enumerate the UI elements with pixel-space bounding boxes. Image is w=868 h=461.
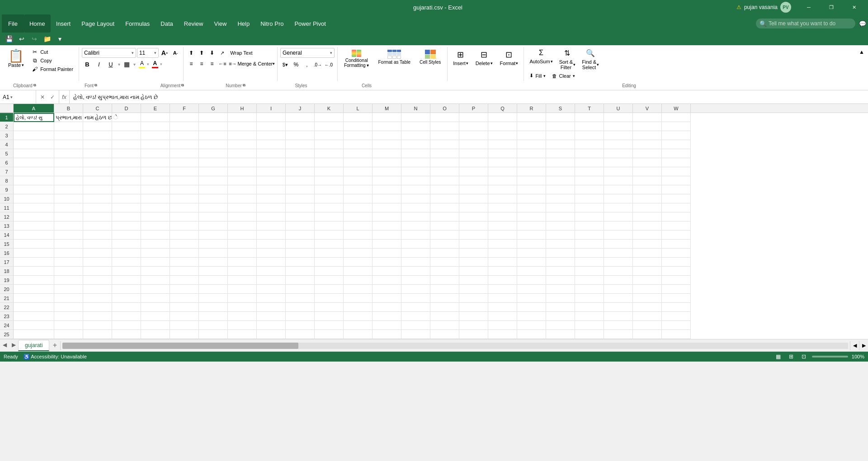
cell-D21[interactable] <box>112 294 141 303</box>
col-header-O[interactable]: O <box>430 104 459 113</box>
cell-H20[interactable] <box>228 285 257 294</box>
cell-T12[interactable] <box>575 212 604 221</box>
cell-Q13[interactable] <box>488 221 517 230</box>
cell-V23[interactable] <box>633 312 662 321</box>
col-header-B[interactable]: B <box>54 104 83 113</box>
menu-item-home[interactable]: Home <box>24 14 51 33</box>
cell-P21[interactable] <box>459 294 488 303</box>
cell-D24[interactable] <box>112 321 141 330</box>
cell-A12[interactable] <box>14 212 54 221</box>
cell-B18[interactable] <box>54 267 83 276</box>
cell-M22[interactable] <box>373 303 401 312</box>
cell-S3[interactable] <box>546 131 575 140</box>
cell-P4[interactable] <box>459 140 488 149</box>
row-header-24[interactable]: 24 <box>0 321 14 330</box>
cell-V14[interactable] <box>633 230 662 240</box>
cell-P25[interactable] <box>459 330 488 339</box>
cell-W20[interactable] <box>662 285 691 294</box>
row-header-14[interactable]: 14 <box>0 230 14 240</box>
insert-cells-button[interactable]: ⊞ Insert ▾ <box>450 48 471 68</box>
cell-E2[interactable] <box>141 122 170 131</box>
col-header-U[interactable]: U <box>604 104 633 113</box>
cell-T19[interactable] <box>575 276 604 285</box>
cell-T16[interactable] <box>575 249 604 258</box>
cell-T3[interactable] <box>575 131 604 140</box>
cell-S18[interactable] <box>546 267 575 276</box>
cell-R1[interactable] <box>517 113 546 122</box>
cell-H17[interactable] <box>228 258 257 267</box>
cell-G3[interactable] <box>199 131 228 140</box>
cell-A20[interactable] <box>14 285 54 294</box>
cell-U21[interactable] <box>604 294 633 303</box>
cell-T6[interactable] <box>575 158 604 167</box>
cell-I7[interactable] <box>257 167 286 176</box>
col-header-H[interactable]: H <box>228 104 257 113</box>
cell-L13[interactable] <box>344 221 373 230</box>
cell-K20[interactable] <box>315 285 344 294</box>
cell-Q17[interactable] <box>488 258 517 267</box>
cell-V25[interactable] <box>633 330 662 339</box>
cell-L22[interactable] <box>344 303 373 312</box>
cell-A22[interactable] <box>14 303 54 312</box>
cell-N8[interactable] <box>401 176 430 185</box>
cell-R17[interactable] <box>517 258 546 267</box>
cell-styles-button[interactable]: Cell Styles <box>416 48 444 66</box>
cell-P10[interactable] <box>459 194 488 203</box>
cell-L18[interactable] <box>344 267 373 276</box>
cell-M1[interactable] <box>373 113 401 122</box>
cell-E6[interactable] <box>141 158 170 167</box>
cell-G16[interactable] <box>199 249 228 258</box>
cell-J8[interactable] <box>286 176 315 185</box>
align-middle-button[interactable]: ⬆ <box>197 48 207 58</box>
menu-item-formulas[interactable]: Formulas <box>120 14 155 33</box>
col-header-N[interactable]: N <box>401 104 430 113</box>
cell-D13[interactable] <box>112 221 141 230</box>
cell-R15[interactable] <box>517 240 546 249</box>
cell-D17[interactable] <box>112 258 141 267</box>
cell-F24[interactable] <box>170 321 199 330</box>
clear-button[interactable]: 🗑 Clear ▾ <box>549 72 577 80</box>
cell-H2[interactable] <box>228 122 257 131</box>
cell-O13[interactable] <box>430 221 459 230</box>
cell-P14[interactable] <box>459 230 488 240</box>
align-right-button[interactable]: ≡ <box>207 59 217 69</box>
row-header-1[interactable]: 1 <box>0 113 14 122</box>
cell-V6[interactable] <box>633 158 662 167</box>
cell-N20[interactable] <box>401 285 430 294</box>
cell-J9[interactable] <box>286 185 315 194</box>
cell-M15[interactable] <box>373 240 401 249</box>
cell-F23[interactable] <box>170 312 199 321</box>
collapse-ribbon-button[interactable]: ▲ <box>857 47 866 57</box>
cell-D22[interactable] <box>112 303 141 312</box>
cell-F17[interactable] <box>170 258 199 267</box>
cell-T4[interactable] <box>575 140 604 149</box>
menu-item-power-pivot[interactable]: Power Pivot <box>289 14 331 33</box>
cell-R4[interactable] <box>517 140 546 149</box>
cell-G4[interactable] <box>199 140 228 149</box>
cell-M23[interactable] <box>373 312 401 321</box>
cell-S13[interactable] <box>546 221 575 230</box>
cell-S6[interactable] <box>546 158 575 167</box>
cell-E11[interactable] <box>141 203 170 212</box>
cell-W17[interactable] <box>662 258 691 267</box>
merge-center-button[interactable]: Merge & Center ▾ <box>238 59 274 69</box>
scroll-right-button[interactable]: ▶ <box>859 341 868 350</box>
cell-F8[interactable] <box>170 176 199 185</box>
cell-H15[interactable] <box>228 240 257 249</box>
cell-N19[interactable] <box>401 276 430 285</box>
cell-D12[interactable] <box>112 212 141 221</box>
cell-L2[interactable] <box>344 122 373 131</box>
cell-B5[interactable] <box>54 149 83 158</box>
find-select-button[interactable]: 🔍 Find &Select ▾ <box>579 48 602 71</box>
cell-T15[interactable] <box>575 240 604 249</box>
cell-I19[interactable] <box>257 276 286 285</box>
cell-N15[interactable] <box>401 240 430 249</box>
cell-W7[interactable] <box>662 167 691 176</box>
cell-N23[interactable] <box>401 312 430 321</box>
cell-R12[interactable] <box>517 212 546 221</box>
cell-U1[interactable] <box>604 113 633 122</box>
clipboard-expand-icon[interactable]: ⧉ <box>33 83 36 88</box>
horizontal-scrollbar[interactable] <box>62 343 848 349</box>
cell-W12[interactable] <box>662 212 691 221</box>
cell-V12[interactable] <box>633 212 662 221</box>
